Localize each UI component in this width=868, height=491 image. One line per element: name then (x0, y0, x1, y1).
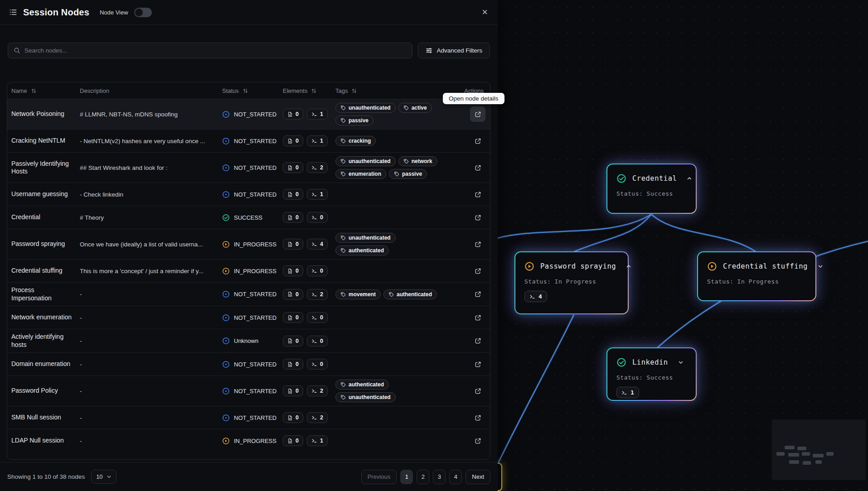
open-node-button[interactable] (470, 433, 485, 448)
pagination-summary: Showing 1 to 10 of 38 nodes (7, 473, 85, 480)
status-label: NOT_STARTED (234, 388, 276, 395)
node-description: - (80, 291, 222, 298)
sort-icon[interactable] (31, 88, 36, 93)
table-row[interactable]: Password sprayingOnce we have (ideally) … (7, 229, 490, 259)
table-row[interactable]: Process Impersonation-NOT_STARTED02movem… (7, 282, 490, 306)
commands-count-badge: 2 (307, 162, 328, 173)
graph-node-credential[interactable]: CredentialStatus: Success (606, 164, 697, 214)
table-row[interactable]: Network Poisoning# LLMNR, NBT-NS, mDNS s… (7, 99, 490, 129)
page-number-button[interactable]: 4 (449, 470, 462, 484)
external-link-icon (475, 138, 481, 144)
table-row[interactable]: Passively Identifying Hosts## Start Wire… (7, 152, 490, 183)
table-row[interactable]: SMB Null session-NOT_STARTED02 (7, 406, 490, 429)
table-row[interactable]: Credential# TheorySUCCESS00 (7, 206, 490, 229)
table-row[interactable]: Actively identifying hosts-Unknown00 (7, 329, 490, 352)
status-not-started-icon (222, 361, 230, 368)
search-input[interactable] (24, 47, 407, 54)
panel-header: Session Nodes Node View × (0, 0, 498, 25)
table-row[interactable]: Cracking NetNTLM- NetNTLM(v2) hashes are… (7, 129, 490, 152)
elements-cell: 00 (283, 212, 335, 223)
documents-count-badge: 0 (283, 289, 303, 300)
chevron-up-icon[interactable] (687, 176, 692, 181)
pagination-bar: Showing 1 to 10 of 38 nodes 10 Previous … (0, 462, 498, 491)
node-description: - Check linkedin (80, 191, 222, 198)
advanced-filters-button[interactable]: Advanced Filters (418, 43, 490, 58)
table-row[interactable]: Username guessing- Check linkedinNOT_STA… (7, 183, 490, 206)
node-name: Network Poisoning (7, 110, 80, 118)
table-row[interactable]: Credential stuffingThis is more a 'conce… (7, 259, 490, 282)
open-node-button[interactable] (470, 383, 485, 399)
chevron-down-icon[interactable] (818, 264, 823, 269)
elements-cell: 01 (283, 135, 335, 146)
chevron-down-icon[interactable] (678, 360, 684, 365)
sort-icon[interactable] (311, 88, 316, 93)
table-row[interactable]: Network enumeration-NOT_STARTED00 (7, 306, 490, 329)
status-badge: NOT_STARTED (222, 164, 283, 172)
open-node-button[interactable] (470, 310, 485, 325)
status-not-started-icon (222, 111, 230, 118)
tag-icon (394, 171, 399, 177)
table-row[interactable]: Domain enumeration-NOT_STARTED00 (7, 352, 490, 375)
graph-node-password-spraying[interactable]: Password sprayingStatus: In Progress4 (514, 251, 629, 314)
status-label: NOT_STARTED (234, 361, 276, 368)
open-node-button[interactable] (470, 263, 485, 279)
minimap-node (826, 452, 834, 456)
table-row[interactable]: Password Policy-NOT_STARTED02authenticat… (7, 375, 490, 406)
sort-icon[interactable] (243, 88, 248, 93)
open-node-button[interactable] (470, 236, 485, 252)
column-header-tags[interactable]: Tags (335, 87, 461, 94)
commands-count-badge: 1 (307, 435, 328, 446)
next-page-button[interactable]: Next (466, 470, 490, 484)
close-icon[interactable]: × (481, 7, 489, 17)
page-number-button[interactable]: 3 (433, 470, 446, 484)
commands-count-badge: 0 (307, 265, 328, 276)
tag-pill: unauthenticated (335, 156, 396, 166)
page-number-button[interactable]: 2 (417, 470, 429, 484)
table-row[interactable]: LDAP Null session-IN_PROGRESS01 (7, 429, 490, 452)
commands-count-badge: 2 (307, 412, 328, 423)
graph-node-title: Credential (632, 174, 677, 183)
open-node-button[interactable] (470, 160, 485, 175)
open-node-button[interactable] (470, 287, 485, 302)
open-node-button[interactable] (470, 210, 485, 225)
documents-count-badge: 0 (283, 239, 303, 250)
document-icon (287, 338, 293, 344)
node-view-toggle[interactable] (134, 8, 152, 17)
open-node-button[interactable] (470, 133, 485, 149)
open-node-button[interactable] (470, 333, 485, 349)
graph-minimap[interactable] (772, 419, 866, 480)
status-in-progress-icon (524, 261, 534, 271)
open-node-button[interactable] (470, 356, 485, 372)
graph-node-title: Password spraying (540, 262, 616, 270)
document-icon (287, 192, 293, 197)
tags-cell: unauthenticatedauthenticated (335, 233, 454, 255)
chevron-up-icon[interactable] (626, 264, 631, 269)
graph-node-status: Status: Success (616, 190, 687, 197)
open-node-button[interactable] (470, 187, 485, 202)
tag-pill: authenticated (383, 289, 437, 299)
column-header-name[interactable]: Name (7, 87, 80, 94)
commands-count-badge: 0 (307, 359, 328, 370)
column-header-status[interactable]: Status (222, 87, 283, 94)
page-size-select[interactable]: 10 (91, 470, 116, 484)
status-in-progress-icon (222, 267, 230, 275)
sort-icon[interactable] (352, 88, 357, 93)
node-name: Network enumeration (7, 313, 80, 322)
previous-page-button[interactable]: Previous (361, 470, 397, 484)
toggle-knob (135, 9, 143, 16)
elements-cell: 01 (283, 435, 335, 446)
graph-node-linkedin[interactable]: LinkedinStatus: Success1 (606, 347, 697, 401)
table-header-row: Name Description Status Elements Tags Ac… (7, 82, 490, 99)
node-name: Passively Identifying Hosts (7, 160, 80, 176)
tag-icon (340, 105, 346, 111)
node-name: Process Impersonation (7, 286, 80, 302)
status-badge: IN_PROGRESS (222, 267, 283, 275)
graph-node-credential-stuffing[interactable]: Credential stuffingStatus: In Progress (697, 251, 816, 301)
actions-cell (461, 236, 490, 252)
column-header-elements[interactable]: Elements (283, 87, 335, 94)
documents-count-badge: 0 (283, 162, 303, 173)
open-node-button[interactable] (470, 410, 485, 425)
open-node-button[interactable] (470, 106, 485, 122)
page-number-button[interactable]: 1 (400, 470, 413, 484)
node-name: Cracking NetNTLM (7, 137, 80, 145)
